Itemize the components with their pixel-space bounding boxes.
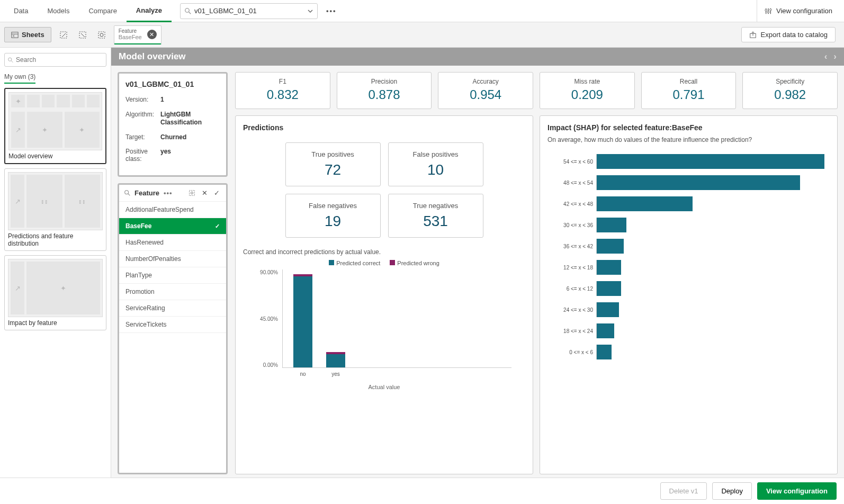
shap-bucket-label: 54 <= x < 60	[547, 159, 596, 165]
confusion-cell: True positives72	[285, 142, 381, 186]
export-label: Export data to catalog	[761, 31, 828, 39]
feature-chip-label: Feature	[119, 28, 142, 34]
chart-legend: Predicted correct Predicted wrong	[243, 260, 525, 266]
sheets-sidebar: My own (3) ✦ ↗ ✦ ✦ Model overview ↗ ⫾⫾ ⫾…	[0, 48, 111, 478]
more-actions-button[interactable]: •••	[323, 4, 340, 18]
export-data-button[interactable]: Export data to catalog	[741, 27, 836, 42]
feature-item[interactable]: BaseFee	[119, 218, 226, 235]
view-configuration-button-footer[interactable]: View configuration	[757, 482, 837, 500]
tab-compare[interactable]: Compare	[79, 0, 126, 22]
tab-data[interactable]: Data	[4, 0, 38, 22]
shap-bar	[597, 302, 619, 317]
confusion-label: True negatives	[389, 202, 483, 210]
feature-item[interactable]: ServiceRating	[119, 300, 226, 317]
overview-header: Model overview ‹ ›	[111, 48, 844, 66]
feature-filter-chip[interactable]: Feature BaseFee ✕	[114, 25, 161, 44]
shap-bar	[597, 218, 626, 232]
sidebar-section: My own (3)	[4, 71, 35, 84]
page-title: Model overview	[119, 51, 186, 62]
shap-bar	[597, 345, 612, 359]
feature-chip-value: BaseFee	[119, 34, 142, 40]
svg-point-0	[185, 8, 190, 12]
view-config-label: View configuration	[776, 7, 832, 15]
model-name: v01_LGBMC_01_01	[125, 80, 220, 88]
sheet-card-model-overview[interactable]: ✦ ↗ ✦ ✦ Model overview	[4, 88, 106, 164]
sheet-search[interactable]	[4, 53, 106, 67]
feature-panel-title: Feature	[134, 189, 159, 197]
selection-icon[interactable]	[187, 190, 196, 196]
confusion-label: True positives	[286, 150, 380, 158]
shap-bar	[597, 154, 824, 169]
footer: Delete v1 Deploy View configuration	[0, 478, 844, 504]
sheets-button[interactable]: Sheets	[4, 27, 51, 42]
svg-rect-14	[98, 32, 105, 38]
predictions-chart-subtitle: Correct and incorrect predictions by act…	[243, 248, 525, 256]
export-icon	[749, 31, 757, 39]
chevron-down-icon	[308, 8, 313, 14]
top-nav: Data Models Compare Analyze v01_LGBMC_01…	[0, 0, 844, 22]
metric-card: F10.832	[235, 72, 330, 109]
confusion-value: 531	[389, 213, 483, 230]
feature-item[interactable]: AdditionalFeatureSpend	[119, 202, 226, 218]
selection-tool-2[interactable]	[76, 28, 89, 42]
feature-item[interactable]: Promotion	[119, 284, 226, 300]
metric-value: 0.791	[642, 87, 736, 102]
svg-line-18	[11, 60, 13, 62]
svg-line-1	[189, 12, 191, 14]
shap-bar	[597, 281, 621, 296]
clear-icon[interactable]: ✕	[201, 189, 209, 197]
metrics-row: F10.832Precision0.878Accuracy0.954Miss r…	[235, 72, 838, 109]
sheet-card-predictions[interactable]: ↗ ⫾⫾ ⫾⫾ Predictions and feature distribu…	[4, 168, 106, 251]
shap-bar	[597, 175, 800, 190]
x-axis-label: Actual value	[243, 384, 525, 390]
model-selector[interactable]: v01_LGBMC_01_01	[180, 3, 318, 19]
svg-point-19	[125, 191, 129, 194]
shap-bucket-label: 36 <= x < 42	[547, 244, 596, 249]
shap-card: Impact (SHAP) for selected feature:BaseF…	[540, 115, 838, 474]
sheet-card-impact[interactable]: ↗ ✦ Impact by feature	[4, 255, 106, 330]
toolbar: Sheets Feature BaseFee ✕ Export data to …	[0, 22, 844, 48]
feature-item[interactable]: HasRenewed	[119, 235, 226, 251]
selection-tool-1[interactable]	[57, 28, 70, 42]
confusion-label: False negatives	[286, 202, 380, 210]
feature-item[interactable]: PlanType	[119, 267, 226, 284]
svg-line-13	[81, 33, 85, 37]
delete-button: Delete v1	[660, 482, 707, 500]
shap-bucket-label: 30 <= x < 36	[547, 222, 596, 228]
tab-analyze[interactable]: Analyze	[127, 0, 172, 22]
sheets-label: Sheets	[22, 31, 44, 39]
confusion-value: 72	[286, 161, 380, 178]
deploy-button[interactable]: Deploy	[712, 482, 751, 500]
view-configuration-button[interactable]: View configuration	[757, 0, 840, 22]
model-selector-value: v01_LGBMC_01_01	[194, 7, 257, 15]
predictions-title: Predictions	[243, 123, 525, 132]
predictions-bar-chart: 90.00%45.00%0.00% noyes	[254, 269, 515, 381]
predictions-card: Predictions True positives72False positi…	[235, 115, 533, 474]
metric-label: Miss rate	[540, 78, 634, 85]
shap-bucket-label: 42 <= x < 48	[547, 201, 596, 207]
confusion-cell: False positives10	[388, 142, 483, 186]
shap-bar	[597, 323, 614, 338]
feature-item[interactable]: NumberOfPenalties	[119, 251, 226, 267]
selection-tool-3[interactable]	[95, 28, 109, 42]
feature-item[interactable]: ServiceTickets	[119, 317, 226, 333]
info-key: Target:	[125, 133, 160, 142]
info-key: Algorithm:	[125, 111, 160, 127]
prev-sheet[interactable]: ‹	[824, 51, 828, 62]
search-icon	[124, 190, 130, 196]
metric-label: Precision	[337, 78, 432, 85]
close-icon[interactable]: ✕	[147, 30, 157, 39]
svg-point-15	[100, 33, 103, 37]
metric-label: Recall	[642, 78, 736, 85]
confirm-icon[interactable]: ✓	[213, 189, 221, 197]
sheet-title: Impact by feature	[8, 319, 103, 327]
metric-value: 0.832	[236, 87, 330, 102]
shap-title: Impact (SHAP) for selected feature:BaseF…	[547, 123, 830, 132]
next-sheet[interactable]: ›	[833, 51, 837, 62]
sheet-search-input[interactable]	[16, 56, 103, 64]
info-value: Churned	[160, 133, 220, 142]
sheet-title: Predictions and feature distribution	[8, 232, 103, 247]
tab-models[interactable]: Models	[38, 0, 79, 22]
shap-bar	[597, 196, 693, 211]
sliders-icon	[765, 7, 772, 15]
